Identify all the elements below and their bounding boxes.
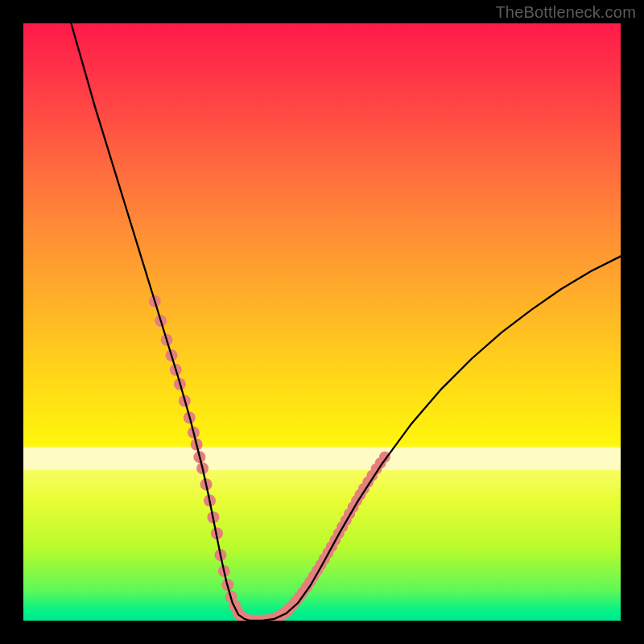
chart-frame	[23, 23, 621, 621]
marker-dots	[149, 295, 390, 621]
plot-svg	[23, 23, 621, 621]
watermark-text: TheBottleneck.com	[495, 3, 636, 22]
